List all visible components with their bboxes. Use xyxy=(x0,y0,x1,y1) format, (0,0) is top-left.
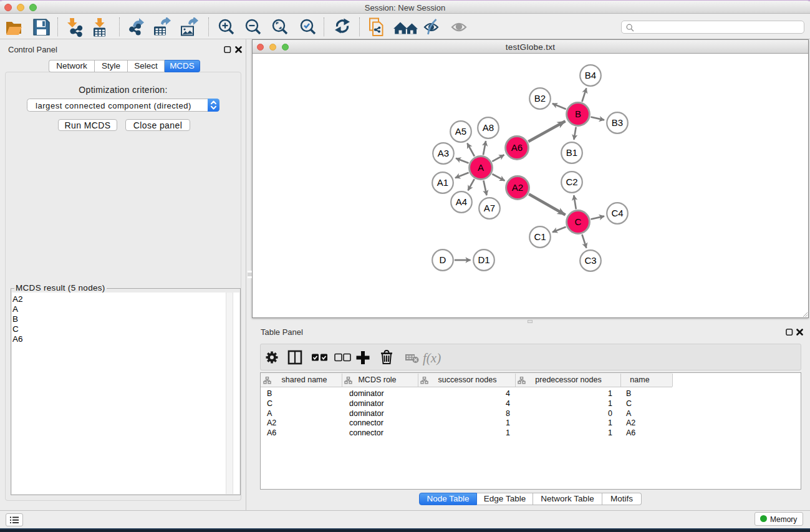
svg-text:A5: A5 xyxy=(455,126,466,137)
svg-text:A8: A8 xyxy=(483,122,494,133)
svg-text:C2: C2 xyxy=(566,177,577,187)
svg-text:A4: A4 xyxy=(456,196,467,207)
svg-text:A: A xyxy=(478,162,484,173)
svg-text:f(x): f(x) xyxy=(423,351,441,365)
svg-text:B2: B2 xyxy=(534,93,546,104)
svg-text:B3: B3 xyxy=(612,117,623,128)
svg-text:A6: A6 xyxy=(511,142,523,153)
svg-text:C3: C3 xyxy=(584,255,596,266)
svg-text:A7: A7 xyxy=(484,203,495,213)
svg-text:C1: C1 xyxy=(534,231,546,242)
svg-text:A3: A3 xyxy=(438,148,449,158)
svg-text:B: B xyxy=(575,109,581,119)
svg-text:C: C xyxy=(575,216,582,227)
svg-text:C4: C4 xyxy=(611,208,623,218)
svg-text:B1: B1 xyxy=(566,147,577,158)
svg-text:B4: B4 xyxy=(585,70,596,80)
svg-text:D: D xyxy=(440,254,446,265)
svg-text:A1: A1 xyxy=(437,177,448,188)
svg-text:A2: A2 xyxy=(512,182,523,193)
svg-text:D1: D1 xyxy=(478,254,489,265)
